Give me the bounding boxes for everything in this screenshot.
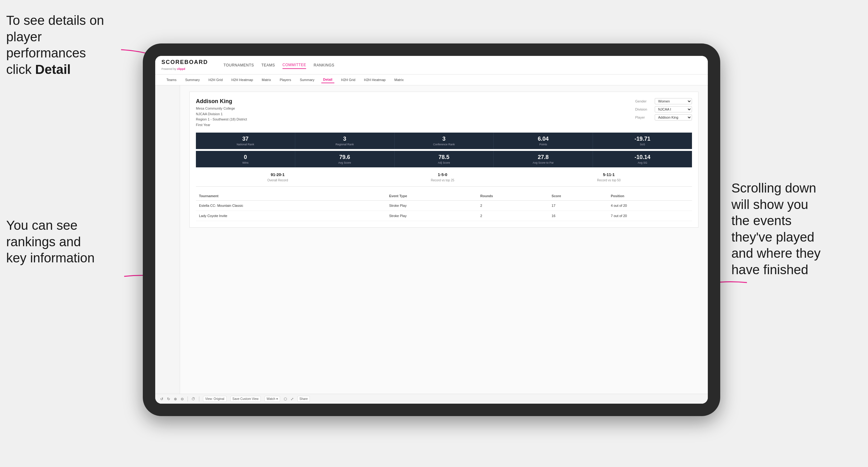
annotation-line3-bold: Detail — [35, 62, 70, 77]
th-score: Score — [549, 192, 608, 200]
td-position-2: 7 out of 20 — [608, 211, 692, 221]
tournament-table: Tournament Event Type Rounds Score Posit… — [196, 192, 692, 221]
stat-avg-score-par: 27.8 Avg Score to Par — [494, 151, 593, 167]
th-empty — [349, 192, 386, 200]
stat-national-rank: 37 National Rank — [196, 132, 295, 149]
stat-conference-rank: 3 Conference Rank — [395, 132, 494, 149]
annotation-r-line2: will show you — [732, 197, 808, 212]
subnav-teams[interactable]: Teams — [164, 77, 178, 83]
division-label: Division — [635, 107, 652, 111]
nav-teams[interactable]: TEAMS — [261, 62, 275, 69]
subnav-h2h-heatmap2[interactable]: H2H Heatmap — [362, 77, 388, 83]
expand-icon[interactable]: ⤢ — [290, 397, 294, 401]
main-content: Addison King Mesa Community College NJCA… — [155, 85, 708, 394]
annotation-topleft: To see details on player performances cl… — [6, 12, 124, 77]
annotation-bl-line1: You can see — [6, 218, 78, 232]
share-button[interactable]: Share — [298, 396, 310, 402]
division-select[interactable]: NJCAA I NJCAA II — [655, 106, 692, 113]
annotation-right: Scrolling down will show you the events … — [732, 180, 862, 278]
stats-row-1: 37 National Rank 3 Regional Rank 3 Confe… — [196, 132, 692, 149]
nav-rankings[interactable]: RANKINGS — [314, 62, 334, 69]
toolbar-sep1 — [187, 397, 188, 402]
stat-points-label: Points — [497, 143, 589, 146]
stat-avg-sg-label: Avg SG — [597, 161, 688, 164]
record-top50-label: Record vs top 50 — [597, 179, 621, 182]
stat-avg-score-label: Avg Score — [299, 161, 391, 164]
save-custom-view-button[interactable]: Save Custom View — [230, 396, 261, 402]
td-rounds-2: 2 — [477, 211, 549, 221]
player-select[interactable]: Addison King — [655, 114, 692, 121]
stat-points-value: 6.04 — [497, 136, 589, 142]
zoom-out-icon[interactable]: ⊖ — [181, 397, 184, 401]
annotation-line3-prefix: click — [6, 62, 35, 77]
subnav-h2h-heatmap[interactable]: H2H Heatmap — [229, 77, 255, 83]
watch-button[interactable]: Watch ▾ — [265, 396, 280, 402]
th-position: Position — [608, 192, 692, 200]
right-content[interactable]: Addison King Mesa Community College NJCA… — [180, 85, 708, 394]
player-name: Addison King — [196, 98, 247, 105]
stat-sos-value: -19.71 — [597, 136, 688, 142]
subnav-h2h-grid[interactable]: H2H Grid — [207, 77, 224, 83]
player-detail: Addison King Mesa Community College NJCA… — [189, 92, 699, 227]
undo-icon[interactable]: ↺ — [160, 397, 163, 401]
player-row: Player Addison King — [635, 114, 692, 121]
stat-points: 6.04 Points — [494, 132, 593, 149]
nav-bar: SCOREBOARD Powered by clippd TOURNAMENTS… — [155, 56, 708, 74]
annotation-line2: player performances — [6, 30, 86, 61]
subnav-summary2[interactable]: Summary — [298, 77, 316, 83]
player-header: Addison King Mesa Community College NJCA… — [196, 98, 692, 128]
td-event-type-1: Stroke Play — [386, 200, 477, 211]
stat-avg-sg: -10.14 Avg SG — [593, 151, 692, 167]
annotation-r-line4: they've played — [732, 230, 814, 244]
gender-label: Gender — [635, 99, 652, 103]
zoom-in-icon[interactable]: ⊕ — [174, 397, 177, 401]
record-overall-value: 91-20-1 — [267, 172, 288, 177]
logo-powered-line: Powered by clippd — [161, 65, 208, 71]
stat-wins-value: 0 — [199, 154, 291, 160]
clock-icon[interactable]: ⏱ — [191, 397, 195, 401]
subnav-h2h-grid2[interactable]: H2H Grid — [339, 77, 357, 83]
annotation-bl-line2: rankings and — [6, 235, 81, 249]
td-score-2: 16 — [549, 211, 608, 221]
stats-row-2: 0 Wins 79.6 Avg Score 78.5 Adj Score 2 — [196, 151, 692, 167]
stat-sos-label: SoS — [597, 143, 688, 146]
record-top25-value: 1-5-0 — [431, 172, 455, 177]
stat-national-rank-value: 37 — [199, 136, 291, 142]
gender-select[interactable]: Women Men — [655, 98, 692, 104]
subnav-detail[interactable]: Detail — [321, 76, 334, 83]
player-division: NJCAA Division 1 — [196, 112, 247, 117]
stat-wins-label: Wins — [199, 161, 291, 164]
left-panel — [155, 85, 180, 394]
td-rounds-1: 2 — [477, 200, 549, 211]
table-row: Estella CC- Mountain Classic Stroke Play… — [196, 200, 692, 211]
subnav-players[interactable]: Players — [278, 77, 293, 83]
stat-conference-rank-value: 3 — [398, 136, 490, 142]
stat-regional-rank: 3 Regional Rank — [295, 132, 395, 149]
stat-regional-rank-label: Regional Rank — [299, 143, 391, 146]
view-original-button[interactable]: View: Original — [203, 396, 227, 402]
player-region: Region 1 - Southwest (18) District — [196, 117, 247, 122]
record-top50: 5-11-1 Record vs top 50 — [597, 172, 621, 183]
stat-wins: 0 Wins — [196, 151, 295, 167]
gender-row: Gender Women Men — [635, 98, 692, 104]
record-top25: 1-5-0 Record vs top 25 — [431, 172, 455, 183]
subnav-matrix2[interactable]: Matrix — [393, 77, 405, 83]
td-tournament-2: Lady Coyote Invite — [196, 211, 386, 221]
nav-tournaments[interactable]: TOURNAMENTS — [223, 62, 254, 69]
stat-national-rank-label: National Rank — [199, 143, 291, 146]
cast-icon[interactable]: ⬡ — [284, 397, 287, 401]
table-header-row: Tournament Event Type Rounds Score Posit… — [196, 192, 692, 200]
clippd-label: clippd — [177, 67, 185, 70]
subnav-summary[interactable]: Summary — [183, 77, 202, 83]
stat-avg-score-par-label: Avg Score to Par — [497, 161, 589, 164]
annotation-bl-line3: key information — [6, 251, 95, 265]
subnav-matrix[interactable]: Matrix — [260, 77, 273, 83]
nav-committee[interactable]: COMMITTEE — [282, 61, 306, 69]
stat-avg-score-par-value: 27.8 — [497, 154, 589, 160]
stat-sos: -19.71 SoS — [593, 132, 692, 149]
tablet-frame: SCOREBOARD Powered by clippd TOURNAMENTS… — [143, 43, 720, 416]
sub-nav: Teams Summary H2H Grid H2H Heatmap Matri… — [155, 74, 708, 85]
redo-icon[interactable]: ↻ — [167, 397, 170, 401]
annotation-line1: To see details on — [6, 13, 104, 28]
stat-adj-score-value: 78.5 — [398, 154, 490, 160]
